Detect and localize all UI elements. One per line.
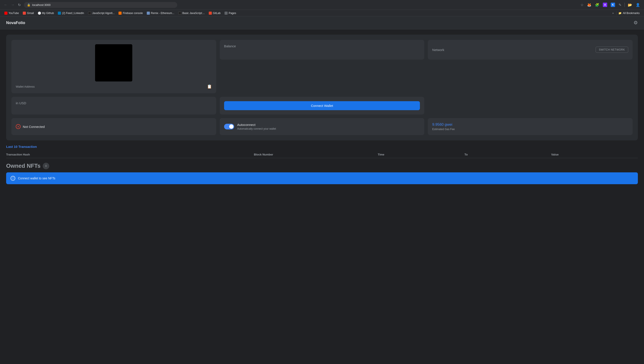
autoconnect-desc: Automatically connect your wallet: [237, 127, 276, 130]
pages-favicon: [224, 12, 228, 15]
not-connected-label: Not Connected: [23, 125, 45, 128]
nfts-count-badge: 0: [43, 163, 49, 169]
nfts-title: Owned NFTs: [6, 162, 40, 169]
star-button[interactable]: ☆: [579, 2, 585, 8]
ext-k-button[interactable]: K: [610, 2, 616, 8]
folder-button[interactable]: 📂: [626, 2, 634, 8]
ext-fox-button[interactable]: 🦊: [586, 2, 593, 8]
bookmark-github[interactable]: My Github: [36, 11, 56, 15]
bookmark-remix-label: Remix - Ethereum...: [151, 12, 174, 15]
bookmark-gitlab[interactable]: GitLab: [207, 11, 222, 15]
switch-network-button[interactable]: SWITCH NETWORK: [596, 47, 628, 53]
github-favicon: [38, 12, 41, 15]
copy-address-icon[interactable]: 📋: [207, 84, 212, 89]
gitlab-favicon: [209, 12, 212, 15]
ext-puzzle-button[interactable]: 🧩: [594, 2, 601, 8]
autoconnect-title: Autoconnect: [237, 123, 276, 126]
balance-card: Balance: [220, 40, 424, 60]
bookmark-firebase-label: Firebase console: [123, 12, 142, 15]
nfts-connect-text: Connect wallet to see NFTs: [18, 176, 55, 180]
ext-menu-button[interactable]: ✎: [617, 2, 623, 8]
bookmark-firebase[interactable]: Firebase console: [117, 11, 144, 15]
wallet-qr-code: [95, 44, 132, 82]
nav-buttons: ← → ↻: [3, 2, 22, 8]
nfts-count: 0: [45, 164, 47, 168]
bookmark-pages[interactable]: Pages: [223, 11, 238, 15]
browser-chrome: ← → ↻ 🔒 localhost:3000 ☆ 🦊 🧩 A K: [0, 0, 644, 16]
col-hash: Transaction Hash: [6, 153, 254, 156]
network-label: Network: [432, 48, 444, 52]
gas-value: 9.9560 gwei: [432, 122, 628, 127]
cards-top-grid: Balance Network SWITCH NETWORK Wallet Ad…: [12, 40, 632, 93]
usd-card: in USD: [12, 97, 216, 114]
linkedin-favicon: [58, 12, 61, 15]
transactions-section: Last 10 Transaction Transaction Hash Blo…: [6, 145, 638, 158]
wallet-address-label: Wallet Address: [16, 85, 34, 88]
wallet-card: Wallet Address 📋: [12, 40, 216, 93]
toolbar-divider: [624, 3, 625, 7]
browser-toolbar: ← → ↻ 🔒 localhost:3000 ☆ 🦊 🧩 A K: [0, 0, 644, 10]
reload-button[interactable]: ↻: [17, 2, 22, 8]
info-icon: ⓘ: [10, 176, 15, 181]
url-display: localhost:3000: [32, 3, 50, 6]
col-time: Time: [378, 153, 464, 156]
youtube-favicon: [4, 12, 8, 15]
remix-favicon: [147, 12, 150, 15]
app-wrapper: NovaFolio ⚙ Balance Network SWITCH NETWO…: [0, 16, 644, 190]
folder-icon: 📁: [618, 12, 622, 15]
wallet-address-row: Wallet Address 📋: [16, 84, 212, 89]
table-header: Transaction Hash Block Number Time To Va…: [6, 151, 638, 158]
address-bar[interactable]: 🔒 localhost:3000: [24, 2, 177, 8]
all-bookmarks[interactable]: 📁 All Bookmarks: [616, 11, 641, 15]
basicjs-favicon: [178, 12, 181, 15]
col-to: To: [464, 153, 551, 156]
jsalgo-favicon: [88, 12, 91, 15]
autoconnect-info: Autoconnect Automatically connect your w…: [237, 123, 276, 130]
col-value: Value: [551, 153, 638, 156]
back-button[interactable]: ←: [3, 2, 9, 8]
nfts-title-row: Owned NFTs 0: [6, 162, 638, 169]
app-header: NovaFolio ⚙: [0, 16, 644, 29]
transactions-title: Last 10 Transaction: [6, 145, 638, 148]
profile-button[interactable]: 👤: [634, 2, 641, 8]
cards-mid-grid: in USD Connect Wallet: [12, 97, 632, 114]
bookmark-jsalgo[interactable]: JavaScript Algorit...: [86, 11, 116, 15]
network-card: Network SWITCH NETWORK: [428, 40, 632, 60]
forward-button[interactable]: →: [10, 2, 16, 8]
usd-label: in USD: [16, 101, 212, 105]
connect-wallet-button[interactable]: Connect Wallet: [224, 101, 420, 110]
bookmark-basicjs[interactable]: Basic JavaScript:...: [176, 11, 206, 15]
gmail-favicon: [23, 12, 26, 15]
autoconnect-card: Autoconnect Automatically connect your w…: [220, 118, 424, 135]
gas-label: Estimated Gas Fee: [432, 128, 628, 131]
cards-section: Balance Network SWITCH NETWORK Wallet Ad…: [6, 34, 638, 140]
col-block: Block Number: [254, 153, 378, 156]
nfts-connect-banner: ⓘ Connect wallet to see NFTs: [6, 172, 638, 184]
ext-a-button[interactable]: A: [602, 2, 608, 8]
settings-icon[interactable]: ⚙: [634, 20, 638, 26]
bookmark-remix[interactable]: Remix - Ethereum...: [145, 11, 176, 15]
app-logo: NovaFolio: [6, 20, 25, 25]
browser-actions: ☆ 🦊 🧩 A K ✎ 📂 👤: [579, 2, 641, 8]
bookmarks-more[interactable]: »: [611, 11, 615, 15]
gas-card: 9.9560 gwei Estimated Gas Fee: [428, 118, 632, 135]
bookmark-youtube[interactable]: YouTube: [3, 11, 20, 15]
bookmark-github-label: My Github: [42, 12, 54, 15]
bookmark-linkedin-label: (2) Feed | LinkedIn: [62, 12, 84, 15]
bookmark-pages-label: Pages: [229, 12, 236, 15]
lock-icon: 🔒: [27, 3, 30, 6]
not-connected-icon: ✕: [16, 124, 20, 129]
firebase-favicon: [118, 12, 122, 15]
bookmark-gmail[interactable]: Gmail: [21, 11, 36, 15]
autoconnect-toggle[interactable]: [224, 124, 234, 130]
bookmark-linkedin[interactable]: (2) Feed | LinkedIn: [56, 11, 86, 15]
connect-wallet-card: Connect Wallet: [220, 97, 424, 114]
toggle-thumb: [229, 124, 234, 129]
balance-label: Balance: [224, 44, 420, 48]
nfts-section: Owned NFTs 0 ⓘ Connect wallet to see NFT…: [6, 162, 638, 184]
cards-bottom-grid: ✕ Not Connected Autoconnect Automaticall…: [12, 118, 632, 135]
all-bookmarks-label: All Bookmarks: [623, 12, 640, 15]
bookmark-youtube-label: YouTube: [8, 12, 19, 15]
bookmark-basicjs-label: Basic JavaScript:...: [182, 12, 205, 15]
app-main: Balance Network SWITCH NETWORK Wallet Ad…: [0, 29, 644, 190]
